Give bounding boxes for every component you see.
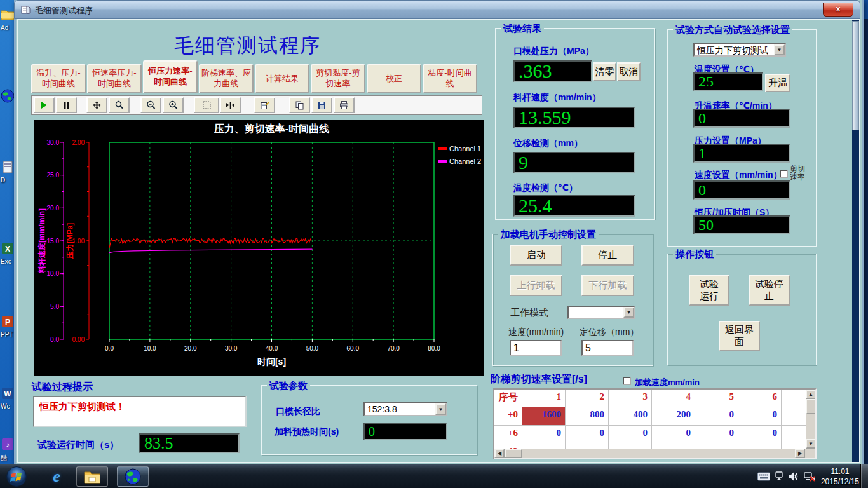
pan-button[interactable] — [86, 97, 107, 113]
return-ui-button[interactable]: 返回界面 — [719, 321, 760, 351]
table-cell[interactable]: 0 — [738, 407, 782, 426]
loading-speed-checkbox[interactable] — [623, 377, 631, 385]
test-mode-panel: 试验方式自动试验选择设置 恒压力下剪切测试 ▼ 温度设置（℃） 25 升温 升温… — [667, 29, 817, 247]
folder-icon — [1, 8, 15, 22]
scroll-left-button[interactable]: ◀ — [494, 449, 505, 458]
motor-start-button[interactable]: 启动 — [510, 245, 562, 266]
table-cell[interactable]: 0 — [652, 426, 695, 444]
loading-speed-checkbox-label: 加载速度mm/min — [635, 377, 700, 388]
clear-button[interactable]: 清零 — [593, 62, 616, 81]
die-ratio-dropdown[interactable]: 152:3.8 ▼ — [363, 402, 447, 416]
tab-step-rate-stress[interactable]: 阶梯速率、应力曲线 — [199, 64, 254, 93]
copy-button[interactable] — [289, 97, 310, 113]
test-run-button[interactable]: 试验运行 — [689, 275, 729, 306]
table-cell[interactable]: 0 — [695, 426, 738, 444]
table-cell[interactable]: 0 — [695, 407, 738, 426]
ie-taskbar-button[interactable]: e — [46, 467, 67, 486]
heat-up-button[interactable]: 升温 — [765, 74, 790, 92]
table-cell[interactable]: 0 — [522, 426, 566, 444]
tab-shear-viscosity-rate[interactable]: 剪切黏度-剪切速率 — [311, 64, 365, 93]
window-titlebar[interactable]: 毛细管测试程序 x — [14, 0, 860, 19]
pause-button[interactable] — [56, 97, 77, 113]
tab-viscosity-time[interactable]: 粘度-时间曲线 — [423, 64, 477, 93]
print-button[interactable] — [334, 97, 355, 113]
svg-text:压力、剪切速率-时间曲线: 压力、剪切速率-时间曲线 — [214, 123, 329, 135]
table-cell[interactable]: 200 — [652, 407, 695, 426]
table-cell[interactable] — [522, 444, 566, 449]
motor-speed-input[interactable] — [510, 340, 562, 356]
svg-text:25.0: 25.0 — [47, 172, 60, 179]
explorer-taskbar-button[interactable] — [76, 466, 108, 487]
row-label: +12 — [494, 444, 522, 449]
select-box-button[interactable] — [194, 97, 219, 113]
scroll-down-button[interactable]: ▼ — [806, 439, 816, 449]
cancel-button[interactable]: 取消 — [617, 62, 641, 81]
window-scrollbar[interactable] — [852, 20, 859, 462]
window-title: 毛细管测试程序 — [35, 5, 93, 17]
app-taskbar-button-active[interactable] — [117, 466, 149, 487]
vertical-scroll-thumb[interactable] — [806, 399, 816, 414]
test-mode-title: 试验方式自动试验选择设置 — [673, 24, 792, 36]
chart-area[interactable]: 压力、剪切速率-时间曲线0.010.020.030.040.050.060.07… — [34, 120, 484, 376]
close-button[interactable]: x — [823, 3, 853, 17]
table-cell-selected[interactable]: 1600 — [522, 407, 566, 426]
volume-icon[interactable] — [788, 471, 799, 482]
test-stop-button[interactable]: 试验停止 — [749, 275, 790, 306]
window-scroll-thumb[interactable] — [852, 21, 859, 130]
table-cell[interactable]: 400 — [609, 407, 652, 426]
table-cell[interactable]: 0 — [738, 426, 782, 444]
powerpoint-icon: P — [1, 315, 15, 329]
table-cell[interactable] — [695, 444, 738, 449]
chevron-down-icon[interactable]: ▼ — [623, 307, 634, 318]
process-hint-title: 试验过程提示 — [32, 381, 93, 394]
network-disconnected-icon[interactable] — [804, 471, 817, 482]
taskbar-clock[interactable]: 11:01 2015/12/15 — [821, 466, 859, 487]
table-cell[interactable] — [566, 444, 609, 449]
properties-button[interactable] — [254, 97, 275, 113]
table-cell[interactable]: 800 — [566, 407, 609, 426]
svg-text:0.00: 0.00 — [72, 336, 85, 343]
horizontal-scroll-thumb[interactable] — [505, 449, 522, 458]
motor-position-input[interactable] — [581, 340, 634, 356]
table-cell[interactable] — [738, 444, 782, 449]
table-cell[interactable] — [652, 444, 695, 449]
svg-text:X: X — [5, 245, 10, 254]
operations-title: 操作按钮 — [673, 248, 716, 261]
down-load-button[interactable]: 下行加载 — [581, 275, 634, 296]
up-unload-button[interactable]: 上行卸载 — [510, 275, 562, 296]
test-params-title: 试验参数 — [267, 380, 310, 392]
work-mode-dropdown[interactable]: ▼ — [567, 306, 635, 319]
tab-const-rate-pressure-time[interactable]: 恒速率压力-时间曲线 — [87, 64, 142, 93]
globe-icon — [125, 468, 141, 485]
keyboard-tray-icon[interactable] — [757, 472, 770, 481]
play-button[interactable] — [34, 97, 55, 113]
zoom-out-button[interactable] — [140, 97, 161, 113]
chevron-down-icon[interactable]: ▼ — [774, 44, 785, 55]
table-cell[interactable]: 0 — [566, 426, 609, 444]
show-desktop-button[interactable] — [860, 464, 868, 488]
zoom-window-button[interactable] — [109, 97, 130, 113]
scroll-right-button[interactable]: ▶ — [795, 449, 805, 458]
table-cell[interactable]: 0 — [609, 426, 652, 444]
chevron-down-icon[interactable]: ▼ — [435, 403, 446, 415]
scroll-up-button[interactable]: ▲ — [806, 390, 816, 399]
tab-temp-pressure-time[interactable]: 温升、压力-时间曲线 — [31, 64, 86, 93]
motor-stop-button[interactable]: 停止 — [581, 245, 634, 266]
start-button[interactable] — [5, 466, 28, 487]
zoom-in-button[interactable] — [163, 97, 184, 113]
pan-icon — [92, 100, 102, 110]
print-icon — [339, 100, 349, 110]
show-hidden-icons[interactable] — [775, 471, 783, 482]
fit-axes-button[interactable] — [220, 97, 241, 113]
svg-text:2.00: 2.00 — [72, 139, 85, 146]
save-button[interactable] — [311, 97, 332, 113]
table-cell[interactable] — [609, 444, 652, 449]
table-row-clipped: +12 — [494, 444, 806, 449]
test-type-dropdown[interactable]: 恒压力下剪切测试 ▼ — [693, 43, 786, 57]
tab-const-pressure-rate-time[interactable]: 恒压力速率-时间曲线 — [143, 60, 198, 93]
tab-calc-results[interactable]: 计算结果 — [255, 64, 309, 93]
svg-text:Channel 1: Channel 1 — [449, 145, 481, 152]
shear-rate-checkbox[interactable] — [780, 170, 788, 178]
shear-rate-checkbox-label: 剪切速率 — [790, 165, 809, 182]
tab-calibration[interactable]: 校正 — [367, 64, 421, 93]
